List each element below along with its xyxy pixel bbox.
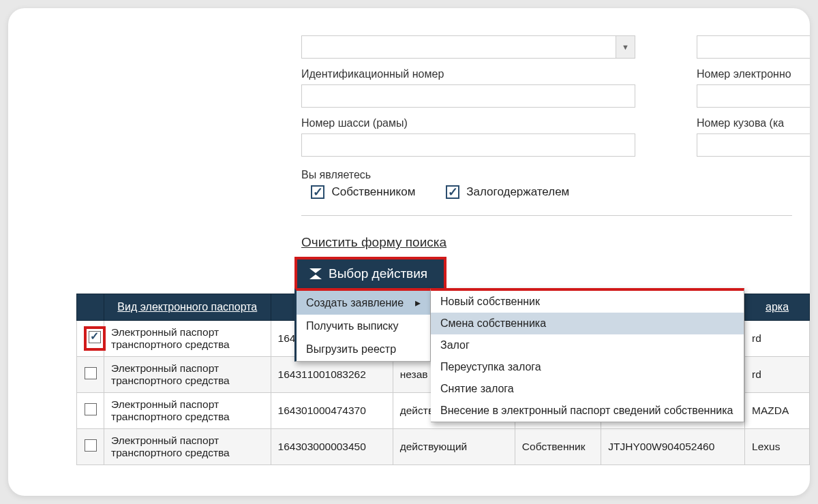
app-card: ▼ Идентификационный номер Номер шасси (р… [8, 8, 810, 496]
right-top-input[interactable] [697, 35, 810, 59]
cell-vin: JTJHY00W904052460 [601, 429, 745, 465]
submenu-assign-pledge[interactable]: Переуступка залога [431, 356, 744, 378]
cell-role: Собственник [515, 429, 601, 465]
submenu-change-owner[interactable]: Смена собственника [431, 313, 744, 334]
id-number-label: Идентификационный номер [301, 68, 635, 80]
action-submenu: Новый собственник Смена собственника Зал… [431, 288, 744, 422]
cell-type: Электронный паспорт транспортного средст… [104, 393, 271, 429]
owner-checkbox[interactable] [311, 185, 324, 199]
cell-type: Электронный паспорт транспортного средст… [104, 321, 271, 357]
electronic-num-input[interactable] [697, 84, 810, 108]
role-label: Вы являетесь [301, 169, 792, 181]
col-brand[interactable]: арка [745, 294, 810, 321]
table-row: Электронный паспорт транспортного средст… [77, 429, 810, 465]
cell-brand: rd [745, 321, 810, 357]
action-select-label: Выбор действия [329, 266, 427, 281]
id-number-input[interactable] [301, 84, 635, 108]
cell-num: 164301000474370 [271, 393, 393, 429]
submenu-new-owner[interactable]: Новый собственник [431, 291, 744, 313]
pledgee-checkbox[interactable] [446, 185, 459, 199]
action-menu: Создать заявление ▸ Получить выписку Выг… [294, 288, 431, 362]
submenu-remove-pledge[interactable]: Снятие залога [431, 378, 744, 400]
row-checkbox[interactable] [85, 367, 97, 379]
chevron-down-icon: ▼ [616, 36, 635, 58]
cell-num: 164311001083262 [271, 357, 393, 393]
menu-item-label: Получить выписку [306, 320, 399, 332]
col-type[interactable]: Вид электронного паспорта [104, 294, 271, 321]
submenu-add-owner-info[interactable]: Внесение в электронный паспорт сведений … [431, 400, 744, 422]
chassis-input[interactable] [301, 133, 635, 157]
menu-item-label: Создать заявление [306, 297, 404, 309]
row-check-highlight [84, 326, 106, 351]
chevron-right-icon: ▸ [415, 296, 421, 309]
row-checkbox[interactable] [85, 403, 97, 415]
cell-brand: MAZDA [745, 393, 810, 429]
hourglass-icon [309, 268, 322, 279]
cell-num: 164303000003450 [271, 429, 393, 465]
electronic-num-label: Номер электронно [697, 68, 810, 80]
pledgee-check-label: Залогодержателем [466, 185, 569, 198]
cell-brand: rd [745, 357, 810, 393]
menu-item-extract[interactable]: Получить выписку [297, 315, 430, 338]
body-num-input[interactable] [697, 133, 810, 157]
role-block: Вы являетесь Собственником Залогодержате… [301, 169, 792, 216]
row-checkbox[interactable] [85, 439, 97, 452]
action-select-button[interactable]: Выбор действия [294, 257, 446, 288]
select-top[interactable]: ▼ [301, 35, 635, 59]
form-right-cut: Номер электронно Номер кузова (ка [697, 35, 810, 157]
menu-item-create[interactable]: Создать заявление ▸ [297, 291, 430, 315]
clear-search-link[interactable]: Очистить форму поиска [301, 235, 446, 250]
row-checkbox[interactable] [89, 331, 101, 343]
cell-type: Электронный паспорт транспортного средст… [104, 429, 271, 465]
submenu-pledge[interactable]: Залог [431, 334, 744, 356]
owner-check-label: Собственником [331, 185, 415, 198]
cell-status: действующий [393, 429, 515, 465]
menu-item-export[interactable]: Выгрузить реестр [297, 338, 430, 361]
body-num-label: Номер кузова (ка [697, 117, 810, 129]
col-check [77, 294, 104, 321]
menu-item-label: Выгрузить реестр [306, 343, 396, 356]
cell-type: Электронный паспорт транспортного средст… [104, 357, 271, 393]
cell-brand: Lexus [745, 429, 810, 465]
